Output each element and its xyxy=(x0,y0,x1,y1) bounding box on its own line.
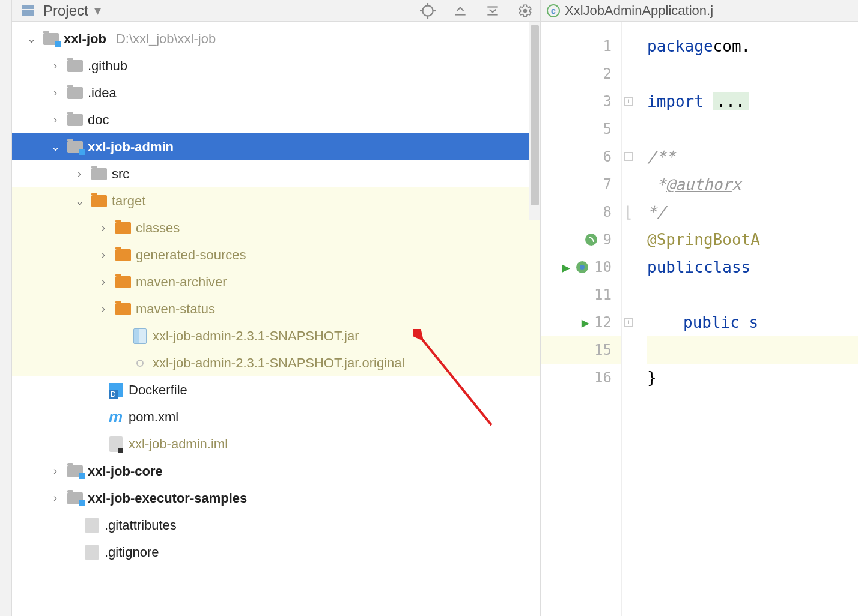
line-number: 12 xyxy=(594,314,612,331)
panel-title-dropdown-icon[interactable]: ▾ xyxy=(94,3,101,19)
expand-icon[interactable]: ⌄ xyxy=(48,140,62,154)
project-panel: Project ▾ ⌄ xxl-job D:\xxl_job\xxl-job ›… xyxy=(12,0,541,616)
expand-icon[interactable]: ⌄ xyxy=(24,32,38,46)
tree-item-samples[interactable]: › xxl-job-executor-samples xyxy=(12,485,540,512)
tree-item-label: generated-sources xyxy=(136,247,246,263)
tree-item-core[interactable]: › xxl-job-core xyxy=(12,457,540,485)
tree-item-classes[interactable]: › classes xyxy=(12,214,540,241)
tree-item-doc[interactable]: › doc xyxy=(12,106,540,133)
tree-item-dockerfile[interactable]: › Dockerfile xyxy=(12,376,540,403)
editor-gutter[interactable]: 1 2 3 5 6 7 8 9 ▶10 11 ▶12 15 16 xyxy=(541,22,622,616)
line-number: 5 xyxy=(603,121,612,137)
run-icon[interactable]: ▶ xyxy=(582,315,589,330)
tree-item-mavenarch[interactable]: › maven-archiver xyxy=(12,268,540,295)
fold-icon[interactable]: – xyxy=(624,152,633,161)
tree-root[interactable]: ⌄ xxl-job D:\xxl_job\xxl-job xyxy=(12,25,540,52)
module-folder-icon xyxy=(67,492,83,504)
tree-scrollbar[interactable] xyxy=(529,22,540,220)
code-brace: } xyxy=(647,369,657,387)
fold-icon[interactable]: + xyxy=(624,318,633,327)
code-doctag: @author xyxy=(666,175,732,193)
expand-icon[interactable]: › xyxy=(48,492,62,504)
file-icon xyxy=(136,360,144,367)
excluded-folder-icon xyxy=(91,195,107,207)
project-panel-title[interactable]: Project xyxy=(43,2,88,19)
code-keyword: class xyxy=(704,258,750,276)
line-number: 11 xyxy=(594,286,612,303)
spring-bean-icon[interactable] xyxy=(584,232,598,247)
tree-item-gitattr[interactable]: › .gitattributes xyxy=(12,512,540,539)
svg-point-14 xyxy=(580,265,585,270)
tree-item-label: classes xyxy=(136,220,180,236)
project-view-icon xyxy=(19,4,37,18)
expand-icon[interactable]: › xyxy=(72,168,87,180)
tree-item-src[interactable]: › src xyxy=(12,160,540,187)
fold-icon[interactable]: + xyxy=(624,97,633,106)
expand-icon[interactable]: › xyxy=(96,276,111,288)
code-keyword: public s xyxy=(683,313,758,331)
expand-icon[interactable]: › xyxy=(48,86,62,99)
code-annotation: @SpringBootA xyxy=(647,231,760,249)
collapse-all-icon[interactable] xyxy=(485,3,500,19)
svg-rect-0 xyxy=(22,5,34,9)
module-folder-icon xyxy=(67,465,83,477)
expand-icon[interactable]: ⌄ xyxy=(72,195,87,208)
tree-item-label: xxl-job-admin.iml xyxy=(129,436,228,452)
expand-icon[interactable]: › xyxy=(96,303,111,315)
line-number: 3 xyxy=(603,93,612,110)
tree-item-iml[interactable]: › xxl-job-admin.iml xyxy=(12,430,540,457)
line-number: 16 xyxy=(594,369,612,386)
spring-boot-icon[interactable] xyxy=(575,260,589,274)
java-class-icon: c xyxy=(547,4,560,17)
excluded-folder-icon xyxy=(115,303,131,315)
expand-icon[interactable]: › xyxy=(48,465,62,477)
editor-tab-title[interactable]: XxlJobAdminApplication.j xyxy=(565,3,713,19)
file-icon xyxy=(85,545,99,560)
tree-item-label: maven-status xyxy=(136,301,215,317)
tree-item-jar[interactable]: › xxl-job-admin-2.3.1-SNAPSHOT.jar xyxy=(12,322,540,349)
module-folder-icon xyxy=(43,33,59,45)
tree-item-target[interactable]: ⌄ target xyxy=(12,187,540,214)
expand-icon[interactable]: › xyxy=(96,222,111,234)
folder-icon xyxy=(67,60,83,72)
tree-item-label: maven-archiver xyxy=(136,274,227,290)
locate-icon[interactable] xyxy=(420,3,436,19)
line-number: 7 xyxy=(603,176,612,193)
fold-gutter[interactable]: + – ⌊ + xyxy=(622,22,635,616)
line-number: 10 xyxy=(594,259,612,276)
tree-item-label: xxl-job-admin-2.3.1-SNAPSHOT.jar xyxy=(153,328,359,344)
code-comment: * xyxy=(647,175,666,193)
tree-item-admin[interactable]: ⌄ xxl-job-admin xyxy=(12,133,540,160)
expand-icon[interactable]: › xyxy=(96,249,111,261)
tree-item-jarorig[interactable]: › xxl-job-admin-2.3.1-SNAPSHOT.jar.origi… xyxy=(12,349,540,376)
left-tool-rail[interactable] xyxy=(0,0,12,616)
tree-item-github[interactable]: › .github xyxy=(12,52,540,79)
tree-item-label: src xyxy=(112,166,129,182)
tree-item-gensources[interactable]: › generated-sources xyxy=(12,241,540,268)
iml-file-icon xyxy=(109,436,123,452)
tree-item-path: D:\xxl_job\xxl-job xyxy=(116,31,216,47)
svg-point-2 xyxy=(422,5,433,16)
tree-item-gitignore[interactable]: › .gitignore xyxy=(12,539,540,566)
folder-icon xyxy=(67,87,83,99)
tree-item-label: xxl-job-admin-2.3.1-SNAPSHOT.jar.origina… xyxy=(153,355,404,371)
editor-code[interactable]: package com. import ... /** * @author x … xyxy=(635,22,858,616)
line-number: 8 xyxy=(603,204,612,220)
settings-icon[interactable] xyxy=(517,3,533,19)
maven-icon: m xyxy=(109,410,123,424)
code-folded[interactable]: ... xyxy=(713,92,749,110)
expand-all-icon[interactable] xyxy=(452,3,468,19)
expand-icon[interactable]: › xyxy=(48,113,62,126)
jar-icon xyxy=(133,328,147,344)
svg-rect-1 xyxy=(22,10,34,16)
tree-item-idea[interactable]: › .idea xyxy=(12,79,540,106)
code-keyword: import xyxy=(647,92,704,110)
run-icon[interactable]: ▶ xyxy=(562,260,570,275)
tree-item-label: xxl-job xyxy=(64,31,106,47)
expand-icon[interactable]: › xyxy=(48,59,62,72)
project-tree[interactable]: ⌄ xxl-job D:\xxl_job\xxl-job › .github ›… xyxy=(12,22,540,616)
scrollbar-thumb[interactable] xyxy=(531,25,539,205)
line-number: 1 xyxy=(603,38,612,55)
tree-item-mavenstatus[interactable]: › maven-status xyxy=(12,295,540,322)
tree-item-pom[interactable]: › m pom.xml xyxy=(12,403,540,430)
